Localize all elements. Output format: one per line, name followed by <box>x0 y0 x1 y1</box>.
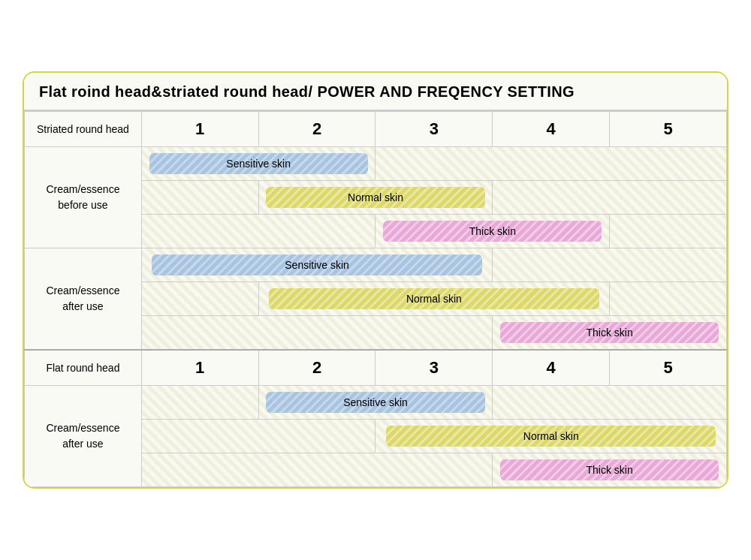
flat-col-2: 2 <box>258 350 376 386</box>
normal-yellow-bar-cell-3: Normal skin <box>376 420 727 453</box>
before-use-label: Cream/essencebefore use <box>25 147 142 248</box>
title-row: Flat roind head&striated round head/ POW… <box>24 73 727 111</box>
thick-pink-bar-cell-1: Thick skin <box>376 215 610 248</box>
flat-head-label: Flat round head <box>25 350 142 386</box>
sensitive-blue-bar-cell-2: Sensitive skin <box>141 248 492 282</box>
sensitive-skin-bar-3: Sensitive skin <box>266 392 484 413</box>
striated-after-sensitive-row: Cream/essenceafter use Sensitive skin <box>25 248 727 282</box>
thick-skin-bar-3: Thick skin <box>500 459 719 480</box>
col-1: 1 <box>141 112 258 147</box>
thick-skin-bar-1: Thick skin <box>383 221 602 242</box>
normal-skin-bar-1: Normal skin <box>266 187 484 208</box>
col-5: 5 <box>610 112 727 147</box>
flat-col-5: 5 <box>610 350 727 386</box>
sensitive-blue-bar-cell: Sensitive skin <box>141 147 376 181</box>
flat-col-1: 1 <box>141 350 258 386</box>
normal-yellow-bar-cell-1: Normal skin <box>258 181 493 215</box>
after-use-label-1: Cream/essenceafter use <box>25 248 142 351</box>
sensitive-skin-bar-2: Sensitive skin <box>152 254 481 275</box>
title-prefix: Flat roind head&striated round head/ <box>39 83 312 100</box>
main-container: Flat roind head&striated round head/ POW… <box>23 71 728 489</box>
striated-before-sensitive-row: Cream/essencebefore use Sensitive skin <box>25 147 727 181</box>
settings-table: Striated round head 1 2 3 4 5 Cream/esse… <box>24 111 727 487</box>
sensitive-blue-bar-cell-3: Sensitive skin <box>258 386 493 420</box>
col-3: 3 <box>376 112 493 147</box>
flat-col-4: 4 <box>493 350 610 386</box>
thick-skin-bar-2: Thick skin <box>500 322 719 343</box>
flat-after-sensitive-row: Cream/essenceafter use Sensitive skin <box>25 386 727 420</box>
after-use-label-2: Cream/essenceafter use <box>25 386 142 487</box>
title-main: POWER AND FREQENCY SETTING <box>317 83 575 100</box>
striated-head-label: Striated round head <box>25 112 142 147</box>
flat-num-row: Flat round head 1 2 3 4 5 <box>25 350 727 386</box>
normal-skin-bar-3: Normal skin <box>386 426 716 447</box>
col-4: 4 <box>493 112 610 147</box>
sensitive-skin-bar-1: Sensitive skin <box>149 153 368 174</box>
col-2: 2 <box>258 112 376 147</box>
normal-yellow-bar-cell-2: Normal skin <box>258 282 609 316</box>
thick-pink-bar-cell-2: Thick skin <box>493 316 727 351</box>
striated-num-row: Striated round head 1 2 3 4 5 <box>25 112 727 147</box>
empty-before-1 <box>376 147 727 181</box>
normal-skin-bar-2: Normal skin <box>269 288 599 309</box>
thick-pink-bar-cell-3: Thick skin <box>493 453 727 487</box>
flat-col-3: 3 <box>376 350 493 386</box>
